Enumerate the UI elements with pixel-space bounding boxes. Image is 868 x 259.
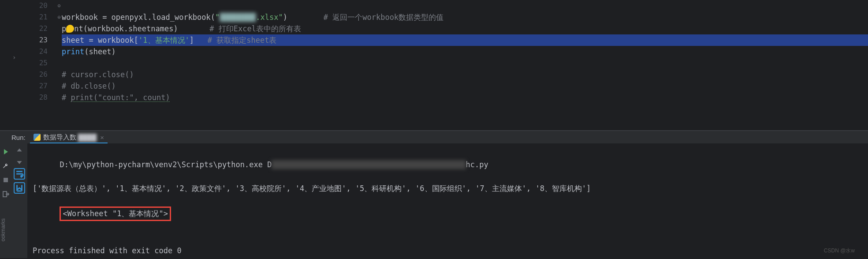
line-gutter[interactable]: 202122232425262728 (18, 0, 56, 103)
structure-marker[interactable]: › (12, 54, 16, 62)
scroll-up-icon[interactable] (15, 147, 23, 155)
code-line[interactable] (62, 0, 868, 11)
code-line[interactable]: print(sheet) (62, 46, 868, 57)
lightbulb-icon[interactable] (66, 25, 74, 33)
exit-icon[interactable] (1, 189, 11, 199)
console-line (33, 233, 863, 245)
python-icon (34, 134, 41, 141)
code-line[interactable]: # cursor.close() (62, 69, 868, 80)
run-tab-name: 数据导入数 (43, 133, 76, 142)
code-line[interactable]: # print("count:", count) (62, 92, 868, 103)
highlighted-output: <Worksheet "1、基本情况"> (60, 206, 171, 221)
scroll-down-icon[interactable] (15, 158, 23, 165)
code-area[interactable]: workbook = openpyxl.load_workbook("█████… (62, 0, 868, 103)
run-label: Run: (11, 134, 26, 141)
run-tab-blur: ████ (78, 134, 97, 141)
console-line: D:\my\python-pycharm\venv2\Scripts\pytho… (33, 147, 863, 183)
code-line[interactable]: pnt(workbook.sheetnames) # 打印Excel表中的所有表 (62, 23, 868, 34)
console-line: <Worksheet "1、基本情况"> (33, 195, 863, 233)
code-line[interactable]: workbook = openpyxl.load_workbook("█████… (62, 11, 868, 23)
stop-button[interactable] (1, 175, 11, 185)
console-line: Process finished with exit code 0 (33, 245, 863, 257)
play-button[interactable] (1, 147, 11, 157)
console-panel: D:\my\python-pycharm\venv2\Scripts\pytho… (0, 143, 868, 258)
code-line[interactable]: sheet = workbook['1、基本情况'] # 获取指定sheet表 (62, 34, 868, 46)
run-tab[interactable]: 数据导入数 ████ × (30, 131, 108, 143)
soft-wrap-icon[interactable] (14, 168, 25, 180)
console-tool-column (11, 143, 27, 258)
svg-rect-0 (4, 178, 8, 182)
console-output[interactable]: D:\my\python-pycharm\venv2\Scripts\pytho… (27, 143, 868, 258)
watermark: CSDN @水w (824, 247, 855, 255)
editor-pane[interactable]: › 202122232425262728 ⊖⊖ workbook = openp… (0, 0, 868, 130)
run-toolbar: Run: 数据导入数 ████ × (0, 131, 868, 143)
console-line: ['数据源表（总表）', '1、基本情况', '2、政策文件', '3、高校院所… (33, 183, 863, 195)
editor-left-edge: › (0, 0, 11, 130)
code-line[interactable]: # db.close() (62, 80, 868, 92)
bookmarks-tab[interactable]: ookmarks (0, 218, 6, 241)
wrench-icon[interactable] (1, 161, 11, 171)
code-line[interactable] (62, 57, 868, 69)
scroll-to-end-icon[interactable] (14, 182, 25, 194)
close-icon[interactable]: × (100, 134, 104, 141)
